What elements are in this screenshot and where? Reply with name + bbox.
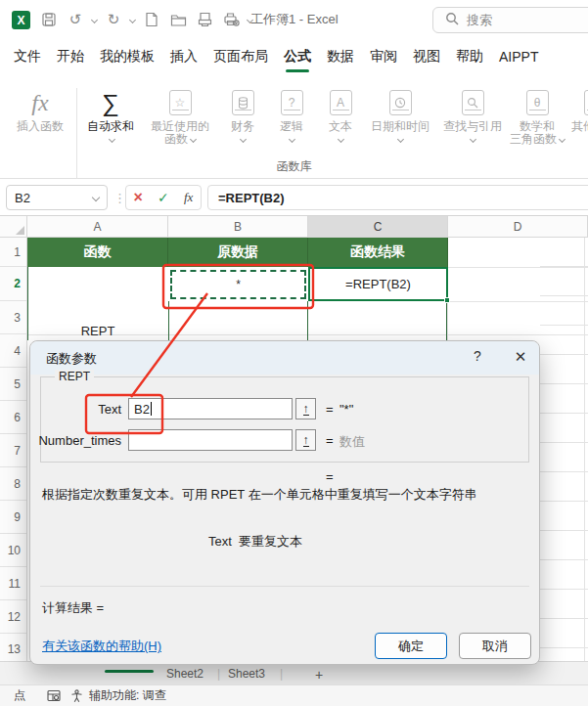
row-header-4[interactable]: 4 xyxy=(0,334,26,368)
print-preview-icon[interactable] xyxy=(195,10,214,29)
confirm-entry-icon[interactable]: ✓ xyxy=(158,190,169,205)
sheet-tab-3[interactable]: Sheet3 xyxy=(228,667,265,681)
cell-b1[interactable]: 原数据 xyxy=(168,238,308,267)
tab-formulas[interactable]: 公式 xyxy=(284,44,311,71)
tab-insert[interactable]: 插入 xyxy=(170,44,198,71)
row-header-1[interactable]: 1 xyxy=(0,238,26,267)
collapse-dialog-button[interactable]: ↑ xyxy=(295,429,316,451)
row-header-5[interactable]: 5 xyxy=(0,368,26,401)
column-header-b[interactable]: B xyxy=(168,216,308,237)
row-header-10[interactable]: 10 xyxy=(0,534,26,567)
dialog-help-icon[interactable]: ? xyxy=(468,348,487,368)
ok-button[interactable]: 确定 xyxy=(375,633,447,659)
tab-my-templates[interactable]: 我的模板 xyxy=(100,44,155,71)
sheet-tab-2[interactable]: Sheet2 xyxy=(166,667,204,681)
row-header-2[interactable]: 2 xyxy=(0,267,26,301)
tab-view[interactable]: 视图 xyxy=(413,44,440,71)
autosum-button[interactable]: ∑ 自动求和 xyxy=(82,86,139,145)
text-functions-button[interactable]: A 文本 xyxy=(319,86,362,145)
chevron-down-icon xyxy=(190,135,197,142)
tab-separator: | xyxy=(217,667,220,681)
name-box-chevron-icon[interactable] xyxy=(92,194,100,201)
text-arg-label: Text xyxy=(30,402,121,417)
search-input[interactable]: 搜索 xyxy=(432,7,588,33)
formula-input[interactable]: =REPT(B2) xyxy=(207,185,588,210)
number-times-arg-input[interactable] xyxy=(128,429,293,451)
financial-icon xyxy=(232,90,254,115)
function-help-link[interactable]: 有关该函数的帮助(H) xyxy=(42,638,161,655)
chevron-down-icon xyxy=(396,135,403,142)
text-functions-icon: A xyxy=(330,90,352,115)
recently-used-functions-button[interactable]: ☆ 最近使用的 函数 xyxy=(143,86,217,145)
lookup-reference-functions-button[interactable]: 查找与引用 xyxy=(438,86,507,145)
more-functions-button[interactable]: … 其他函数 xyxy=(567,86,588,145)
name-box[interactable]: B2 xyxy=(6,185,108,210)
function-library-group-label: 函数库 xyxy=(0,158,588,175)
chevron-down-icon xyxy=(559,135,565,142)
insert-function-fx-icon[interactable]: fx xyxy=(184,190,193,205)
insert-function-button[interactable]: fx 插入函数 xyxy=(8,86,72,133)
close-icon[interactable]: ✕ xyxy=(510,348,531,368)
result-preview-equals: = xyxy=(326,469,334,484)
cell-c1[interactable]: 函数结果 xyxy=(308,238,448,267)
text-arg-input[interactable]: B2 xyxy=(128,398,293,419)
logical-functions-button[interactable]: ? 逻辑 xyxy=(270,86,313,145)
table-border xyxy=(168,301,169,340)
dialog-title: 函数参数 xyxy=(46,350,97,368)
chevron-down-icon xyxy=(337,135,343,142)
magnifier-icon xyxy=(462,90,484,115)
row-header-7[interactable]: 7 xyxy=(0,434,26,467)
clock-icon xyxy=(389,90,412,115)
collapse-dialog-button[interactable]: ↑ xyxy=(295,398,316,419)
ellipsis-icon: … xyxy=(584,90,588,115)
new-file-icon[interactable] xyxy=(142,10,161,29)
date-time-functions-button[interactable]: 日期和时间 xyxy=(366,86,434,145)
tab-review[interactable]: 审阅 xyxy=(370,44,397,71)
ribbon-tab-bar: 文件 开始 我的模板 插入 页面布局 公式 数据 审阅 视图 帮助 AIPPT xyxy=(0,39,588,76)
tab-aippt[interactable]: AIPPT xyxy=(499,45,538,70)
row-header-12[interactable]: 12 xyxy=(0,600,26,634)
tab-page-layout[interactable]: 页面布局 xyxy=(213,44,268,71)
row-header-8[interactable]: 8 xyxy=(0,467,26,501)
tab-home[interactable]: 开始 xyxy=(57,44,84,71)
redo-chevron-icon[interactable] xyxy=(129,16,136,22)
financial-functions-button[interactable]: 财务 xyxy=(221,86,264,145)
accessibility-icon[interactable] xyxy=(70,689,83,703)
select-all-corner[interactable] xyxy=(0,216,27,237)
equals-sign: = xyxy=(326,433,334,448)
cancel-entry-icon[interactable]: × xyxy=(134,189,143,206)
open-folder-icon[interactable] xyxy=(168,10,188,29)
column-header-a[interactable]: A xyxy=(27,216,168,237)
undo-chevron-icon[interactable] xyxy=(91,16,98,22)
undo-icon[interactable]: ↺ xyxy=(66,10,85,29)
theta-icon: θ xyxy=(526,90,549,115)
chevron-down-icon xyxy=(469,135,475,142)
tab-help[interactable]: 帮助 xyxy=(456,44,483,71)
print-icon[interactable] xyxy=(221,10,241,29)
gridline xyxy=(448,267,588,268)
redo-icon[interactable]: ↻ xyxy=(104,10,123,29)
fill-handle[interactable] xyxy=(444,297,450,303)
tab-data[interactable]: 数据 xyxy=(327,44,354,71)
sheet-view-icon[interactable] xyxy=(47,689,61,702)
row-header-6[interactable]: 6 xyxy=(0,401,26,434)
tab-file[interactable]: 文件 xyxy=(14,44,41,71)
add-sheet-button[interactable]: + xyxy=(315,667,323,683)
save-icon[interactable] xyxy=(39,10,59,29)
autosum-icon: ∑ xyxy=(82,86,139,119)
column-header-d[interactable]: D xyxy=(448,216,588,237)
excel-logo-icon: X xyxy=(12,11,30,29)
cell-a3[interactable]: REPT xyxy=(27,301,168,340)
accessibility-status: 辅助功能: 调查 xyxy=(89,687,166,704)
row-header-9[interactable]: 9 xyxy=(0,501,26,534)
row-header-11[interactable]: 11 xyxy=(0,567,26,600)
column-header-c[interactable]: C xyxy=(308,216,448,237)
grid-area-right xyxy=(540,238,588,668)
math-trig-functions-button[interactable]: θ 数学和 三角函数 xyxy=(509,86,565,145)
cell-c2-selected[interactable]: =REPT(B2) xyxy=(308,267,448,301)
quick-access-toolbar: ↺ ↻ xyxy=(39,0,252,39)
cell-b2[interactable]: * xyxy=(170,270,306,299)
row-header-3[interactable]: 3 xyxy=(0,301,26,334)
cell-a1[interactable]: 函数 xyxy=(27,238,168,267)
cancel-button[interactable]: 取消 xyxy=(459,633,531,659)
